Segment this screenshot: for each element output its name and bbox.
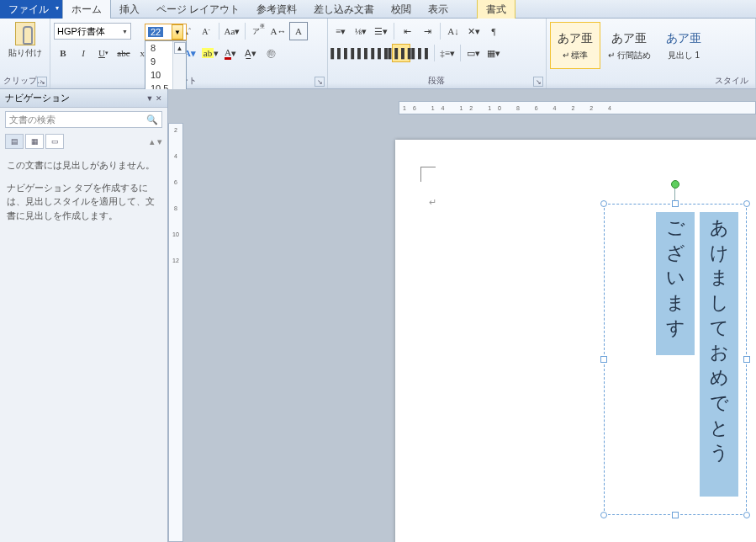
font-launcher-icon[interactable]: ↘ <box>315 77 325 87</box>
enclose-char-button[interactable]: ㊞ <box>262 44 280 62</box>
font-name-combo[interactable]: HGP行書体 ▼ <box>54 23 131 40</box>
increase-indent-button[interactable]: ⇥ <box>418 22 436 40</box>
textbox-content: あけましておめでとう ございます <box>607 207 743 502</box>
bold-button[interactable]: B <box>54 44 72 62</box>
line-spacing-button[interactable]: ‡≡▾ <box>438 44 457 62</box>
clipboard-group-label: クリップ... ↘ <box>0 75 48 87</box>
margin-corner-tl <box>420 167 436 182</box>
resize-handle-se[interactable] <box>743 512 750 518</box>
tab-strip: ファイル ホーム 挿入 ページ レイアウト 参考資料 差し込み文書 校閲 表示 … <box>0 0 756 19</box>
tab-page-layout[interactable]: ページ レイアウト <box>148 0 248 19</box>
tab-home[interactable]: ホーム <box>62 0 111 19</box>
font-group-label: ント ↘ <box>50 75 325 87</box>
nav-msg-no-headings: この文書には見出しがありません。 <box>7 158 161 173</box>
sort-button[interactable]: A↓ <box>444 22 463 40</box>
nav-pane-title-bar: ナビゲーション ▼ ✕ <box>0 89 167 108</box>
shrink-font-button[interactable]: Aˇ <box>197 22 215 40</box>
char-border-button[interactable]: A <box>289 22 308 40</box>
styles-group-label: スタイル <box>547 75 753 87</box>
resize-handle-w[interactable] <box>600 356 607 363</box>
nav-msg-instructions: ナビゲーション タブを作成するには、見出しスタイルを適用して、文書に見出しを作成… <box>7 181 161 223</box>
ribbon: 貼り付け クリップ... ↘ HGP行書体 ▼ Aˆ Aˇ Aa▾ ア亜 A↔ … <box>0 19 756 89</box>
search-icon: 🔍 <box>146 114 158 125</box>
resize-handle-sw[interactable] <box>600 512 607 518</box>
tab-view[interactable]: 表示 <box>420 0 457 19</box>
ruby-button[interactable]: ア亜 <box>249 22 267 40</box>
char-scale-button[interactable]: A↔ <box>269 22 288 40</box>
tab-insert[interactable]: 挿入 <box>111 0 148 19</box>
paste-icon <box>15 22 35 45</box>
change-case-button[interactable]: Aa▾ <box>223 22 241 40</box>
clipboard-launcher-icon[interactable]: ↘ <box>37 77 47 87</box>
scroll-up-icon[interactable]: ▲ <box>174 42 186 54</box>
tab-references[interactable]: 参考資料 <box>248 0 305 19</box>
resize-handle-n[interactable] <box>672 200 679 207</box>
nav-tab-results[interactable]: ▭ <box>45 134 64 149</box>
nav-view-tabs: ▤ ▦ ▭ ▴ ▾ <box>0 131 167 151</box>
distributed-button[interactable]: ▌▌▌ <box>412 44 431 62</box>
tab-mailings[interactable]: 差し込み文書 <box>305 0 383 19</box>
horizontal-ruler[interactable]: 16 14 12 10 8 6 4 2 2 4 <box>399 101 756 114</box>
strikethrough-button[interactable]: abc <box>114 44 133 62</box>
multilevel-button[interactable]: ☰▾ <box>372 22 390 40</box>
tab-review[interactable]: 校閲 <box>383 0 420 19</box>
chevron-down-icon: ▼ <box>122 29 128 35</box>
borders-button[interactable]: ▦▾ <box>484 44 503 62</box>
nav-pane-title: ナビゲーション <box>5 92 70 104</box>
font-name-value: HGP行書体 <box>57 25 105 38</box>
navigation-pane: ナビゲーション ▼ ✕ 文書の検索 🔍 ▤ ▦ ▭ ▴ ▾ この文書には見出しが… <box>0 89 168 542</box>
asian-layout-button[interactable]: ✕▾ <box>464 22 483 40</box>
bullets-button[interactable]: ≡▾ <box>331 22 350 40</box>
style-heading1[interactable]: あア亜 見出し 1 <box>658 22 709 69</box>
style-normal[interactable]: あア亜 ↵ 標準 <box>550 22 600 69</box>
font-size-value: 22 <box>148 27 163 37</box>
vertical-text-line-2: ございます <box>656 212 695 355</box>
tab-format-contextual[interactable]: 書式 <box>477 0 515 19</box>
paste-button[interactable]: 貼り付け <box>3 20 46 61</box>
nav-search-placeholder: 文書の検索 <box>9 114 56 126</box>
document-page[interactable]: ↵ あけましておめでとう ございます <box>395 140 756 542</box>
nav-tab-headings[interactable]: ▤ <box>5 134 24 149</box>
align-left-button[interactable]: ▌▌▌ <box>331 44 350 62</box>
textbox-selection[interactable]: あけましておめでとう ございます <box>604 204 747 515</box>
highlight-button[interactable]: ab▾ <box>201 44 219 62</box>
italic-button[interactable]: I <box>74 44 93 62</box>
resize-handle-s[interactable] <box>672 512 679 518</box>
paragraph-mark-icon: ↵ <box>429 197 436 208</box>
show-marks-button[interactable]: ¶ <box>484 22 503 40</box>
nav-search-input[interactable]: 文書の検索 🔍 <box>5 111 162 128</box>
underline-button[interactable]: U▾ <box>94 44 113 62</box>
decrease-indent-button[interactable]: ⇤ <box>398 22 416 40</box>
vertical-text-line-1: あけましておめでとう <box>700 212 738 497</box>
enclosed-char-button[interactable]: A̲▾ <box>241 44 260 62</box>
paragraph-group-label: 段落 ↘ <box>328 75 544 87</box>
style-no-spacing[interactable]: あア亜 ↵ 行間詰め <box>602 22 657 69</box>
paragraph-launcher-icon[interactable]: ↘ <box>533 77 543 87</box>
nav-body: この文書には見出しがありません。 ナビゲーション タブを作成するには、見出しスタ… <box>0 151 167 229</box>
paste-label: 貼り付け <box>8 47 42 59</box>
resize-handle-ne[interactable] <box>743 200 750 207</box>
rotation-handle[interactable] <box>671 180 679 189</box>
tab-file[interactable]: ファイル <box>0 0 62 19</box>
resize-handle-nw[interactable] <box>600 200 607 207</box>
document-area: 16 14 12 10 8 6 4 2 2 4 2 4 6 8 10 12 ↵ … <box>168 89 756 542</box>
numbering-button[interactable]: ⅛▾ <box>352 22 370 40</box>
font-size-dropdown-button[interactable]: ▼ <box>172 24 183 40</box>
resize-handle-e[interactable] <box>743 356 750 363</box>
vertical-ruler[interactable]: 2 4 6 8 10 12 <box>168 123 183 542</box>
shading-button[interactable]: ▭▾ <box>464 44 483 62</box>
align-center-button[interactable]: ▌▌▌ <box>352 44 370 62</box>
font-color-button[interactable]: A▾ <box>221 44 240 62</box>
nav-tab-pages[interactable]: ▦ <box>25 134 44 149</box>
align-justify-button[interactable]: ▌▌▌▌ <box>392 44 410 62</box>
